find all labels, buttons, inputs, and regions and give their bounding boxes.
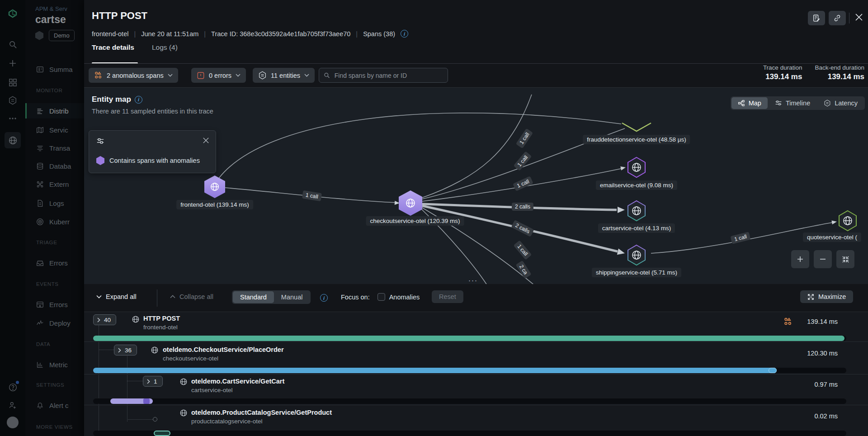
- waterfall-controls: Expand all Collapse all Standard Manual …: [84, 284, 868, 312]
- span-row-get-product[interactable]: oteldemo.ProductCatalogService/GetProduc…: [84, 405, 868, 436]
- environment-selector[interactable]: Demo: [49, 30, 75, 41]
- chevron-down-icon: [236, 74, 241, 77]
- span-service: checkoutservice-otel: [163, 355, 218, 362]
- globe-icon: [132, 315, 140, 323]
- zoom-out-button[interactable]: [814, 250, 832, 268]
- node-quoteservice-otel[interactable]: [838, 210, 858, 232]
- close-flyout-button[interactable]: [854, 12, 864, 23]
- app-window: APM & Serv cartse Demo Summa MONITOR Dis…: [0, 0, 868, 436]
- error-icon: [197, 71, 205, 80]
- page-title: cartse: [35, 14, 66, 26]
- elastic-logo-icon[interactable]: [5, 6, 21, 23]
- errors-filter[interactable]: 0 errors: [191, 68, 246, 83]
- tabs-divider: [84, 63, 868, 64]
- globe-icon: [179, 378, 188, 386]
- copy-link-button[interactable]: [829, 11, 846, 25]
- chevron-right-icon: [147, 379, 150, 384]
- node-label-email: emailservice-otel (9.08 ms): [596, 180, 677, 190]
- tab-trace-details[interactable]: Trace details: [92, 43, 134, 52]
- entities-icon: [258, 71, 267, 80]
- legend-text: Contains spans with anomalies: [109, 157, 200, 164]
- span-name: HTTP POST: [143, 315, 180, 322]
- meta-date: June 20 at 11:51am: [141, 30, 198, 38]
- map-legend-card: Contains spans with anomalies: [89, 130, 216, 173]
- sidebar-item-summary[interactable]: Summa: [25, 62, 84, 77]
- sidebar-item-logs[interactable]: Logs: [25, 195, 84, 211]
- entities-filter[interactable]: 11 entities: [253, 68, 315, 83]
- sidebar-item-deployments[interactable]: Deploy: [25, 315, 84, 331]
- search-icon[interactable]: [5, 36, 21, 52]
- sidebar-item-errors-triage[interactable]: Errors: [25, 255, 84, 270]
- span-duration: 0.97 ms: [814, 381, 838, 388]
- sidebar-item-service-map[interactable]: Servic: [25, 122, 84, 137]
- span-duration: 120.30 ms: [807, 350, 838, 357]
- fit-to-view-button[interactable]: [836, 250, 854, 268]
- anomalies-checkbox[interactable]: [377, 293, 385, 301]
- map-resize-handle[interactable]: ...: [468, 274, 478, 284]
- globe-icon: [210, 182, 220, 192]
- invite-user-icon[interactable]: [5, 397, 21, 413]
- expand-children-badge[interactable]: 36: [114, 345, 137, 355]
- collapse-all-button[interactable]: Collapse all: [170, 293, 213, 300]
- anomaly-hexagon-swatch: [96, 156, 104, 165]
- expand-children-badge[interactable]: 1: [143, 376, 163, 387]
- add-icon[interactable]: [5, 55, 21, 71]
- node-label-checkout: checkoutservice-otel (120.39 ms): [366, 216, 464, 226]
- zoom-in-button[interactable]: [791, 250, 809, 268]
- mode-info-icon[interactable]: i: [320, 294, 328, 302]
- anomalous-spans-filter[interactable]: 2 anomalous spans: [89, 68, 178, 83]
- meta-spans: Spans (38): [363, 30, 395, 38]
- legend-settings-icon[interactable]: [96, 137, 104, 145]
- apps-grid-icon[interactable]: [5, 74, 21, 90]
- spans-info-icon[interactable]: i: [401, 30, 408, 38]
- more-apps-icon[interactable]: [5, 110, 21, 127]
- chevron-right-icon: [118, 348, 121, 353]
- node-cartservice-otel[interactable]: [627, 200, 646, 222]
- mode-manual[interactable]: Manual: [274, 291, 310, 303]
- maximize-button[interactable]: Maximize: [800, 290, 853, 303]
- sidebar-item-external[interactable]: Extern: [25, 176, 84, 192]
- span-bar-root[interactable]: [93, 336, 844, 341]
- legend-close-icon[interactable]: [203, 137, 209, 144]
- node-emailservice-otel[interactable]: [627, 156, 646, 178]
- entities-hexagon-icon[interactable]: [5, 92, 21, 109]
- expand-children-badge[interactable]: 40: [93, 314, 116, 325]
- tab-logs[interactable]: Logs (4): [152, 43, 178, 52]
- span-row-http-post[interactable]: 40 HTTP POST frontend-otel 139.14 ms: [84, 312, 868, 342]
- node-shippingservice-otel[interactable]: [627, 244, 646, 266]
- help-icon[interactable]: [5, 379, 21, 395]
- tree-connector: [99, 350, 114, 350]
- expand-all-button[interactable]: Expand all: [96, 293, 137, 300]
- sidebar-item-distributed-tracing[interactable]: Distrib: [25, 103, 84, 118]
- nav-section-events: EVENTS: [36, 281, 59, 287]
- sidebar-item-metrics[interactable]: Metric: [25, 357, 84, 372]
- span-row-get-cart[interactable]: 1 oteldemo.CartService/GetCart cartservi…: [84, 374, 868, 405]
- node-label-quote: quoteservice-otel (: [803, 232, 861, 242]
- span-search[interactable]: [319, 68, 448, 83]
- sidebar-item-transactions[interactable]: Transa: [25, 140, 84, 156]
- breadcrumb[interactable]: APM & Serv: [35, 5, 67, 12]
- globe-nav-icon[interactable]: [5, 132, 21, 148]
- span-bar-product[interactable]: [154, 431, 170, 436]
- sidebar-item-databases[interactable]: Databa: [25, 158, 84, 174]
- span-row-place-order[interactable]: 36 oteldemo.CheckoutService/PlaceOrder c…: [84, 342, 868, 374]
- user-avatar[interactable]: [5, 414, 21, 431]
- trace-meta: frontend-otel| June 20 at 11:51am| Trace…: [92, 30, 408, 38]
- chevron-right-icon: [97, 318, 100, 322]
- reset-button[interactable]: Reset: [432, 290, 463, 303]
- entity-map-panel: Entity map i There are 11 sampled entiti…: [84, 88, 868, 284]
- view-logs-button[interactable]: [808, 11, 825, 25]
- span-bar-checkout[interactable]: [93, 368, 777, 373]
- sidebar-item-alerts[interactable]: Alert c: [25, 398, 84, 413]
- nav-section-more-views: MORE VIEWS: [36, 424, 73, 430]
- search-input[interactable]: [334, 71, 443, 80]
- span-name: oteldemo.CartService/GetCart: [191, 378, 284, 385]
- mode-standard[interactable]: Standard: [233, 291, 274, 303]
- duration-summary: Trace duration 139.14 ms Back-end durati…: [763, 64, 864, 81]
- sidebar-item-errors-events[interactable]: Errors: [25, 297, 84, 312]
- sidebar-item-kubernetes[interactable]: Kuberr: [25, 214, 84, 229]
- tree-connector: [127, 381, 143, 381]
- span-track: [93, 398, 846, 404]
- globe-icon: [179, 409, 188, 417]
- edge-label: 2 calls: [512, 203, 533, 211]
